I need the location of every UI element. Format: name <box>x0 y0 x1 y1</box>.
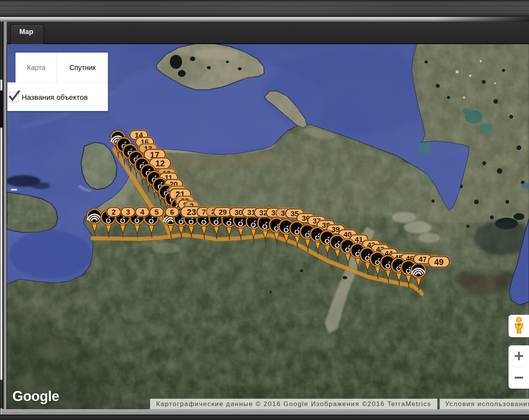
svg-text:49: 49 <box>434 257 444 267</box>
svg-text:6: 6 <box>170 208 174 216</box>
svg-text:47: 47 <box>418 255 427 263</box>
svg-text:7: 7 <box>202 208 206 216</box>
svg-text:29: 29 <box>218 208 227 216</box>
svg-text:2: 2 <box>112 208 116 216</box>
svg-text:4: 4 <box>140 208 145 216</box>
svg-text:30: 30 <box>234 208 242 217</box>
svg-text:41: 41 <box>355 236 363 244</box>
svg-text:5: 5 <box>155 208 159 216</box>
svg-text:23: 23 <box>187 207 196 217</box>
svg-text:12: 12 <box>155 159 165 168</box>
svg-text:3: 3 <box>126 208 130 216</box>
